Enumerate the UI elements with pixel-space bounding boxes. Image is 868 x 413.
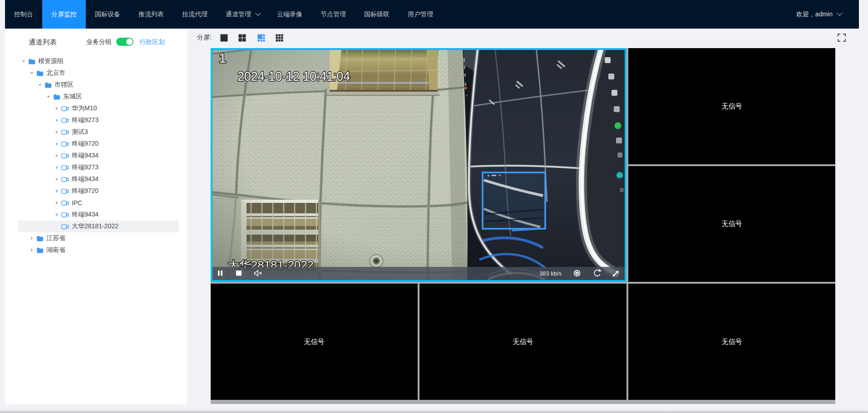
svg-text:1: 1 xyxy=(219,50,227,65)
svg-text:383 kb/s: 383 kb/s xyxy=(539,270,562,277)
svg-text:2024-10-12 10:41:04: 2024-10-12 10:41:04 xyxy=(237,69,350,84)
